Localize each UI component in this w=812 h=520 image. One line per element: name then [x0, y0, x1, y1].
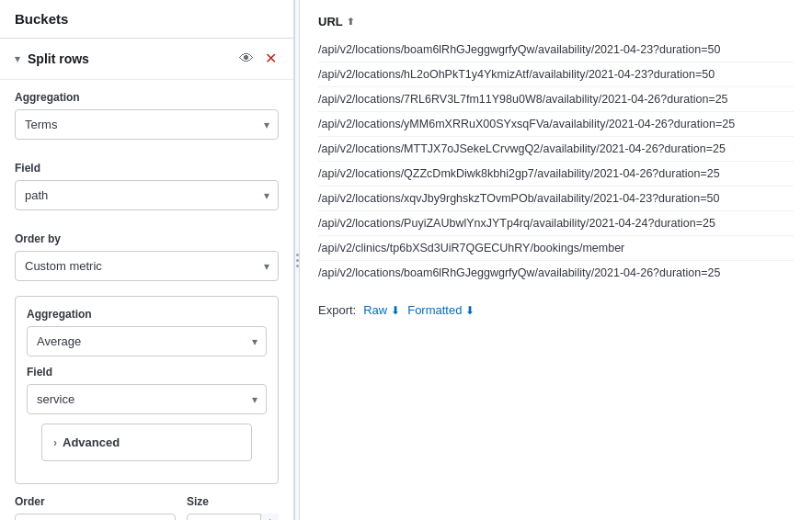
metric-field-select[interactable]: service path url duration — [27, 384, 267, 414]
aggregation-select[interactable]: Terms Filters Histogram Range — [15, 109, 279, 140]
size-spinners: ▲ ▼ — [260, 514, 279, 520]
size-input-wrapper: ▲ ▼ — [187, 514, 279, 520]
download-icon: ⬇ — [391, 304, 400, 317]
drag-dots — [296, 254, 299, 267]
list-item: /api/v2/locations/boam6lRhGJeggwgrfyQw/a… — [318, 261, 794, 285]
drag-dot — [296, 259, 299, 262]
split-rows-title: Split rows — [28, 51, 89, 66]
visibility-toggle-button[interactable]: 👁 — [237, 50, 256, 68]
size-label: Size — [187, 495, 279, 508]
panel-title: Buckets — [0, 0, 293, 39]
url-header-text: URL — [318, 15, 343, 28]
drag-dot — [296, 254, 299, 256]
export-formatted-link[interactable]: Formatted ⬇ — [407, 303, 475, 317]
metric-aggregation-select[interactable]: Average Sum Min Max Count — [27, 326, 267, 356]
list-item: /api/v2/locations/xqvJby9rghskzTOvmPOb/a… — [318, 187, 794, 211]
aggregation-section: Aggregation Terms Filters Histogram Rang… — [0, 80, 293, 151]
field-select-wrapper: path service url host ▾ — [15, 180, 279, 210]
metric-aggregation-section: Aggregation Average Sum Min Max Count ▾ — [27, 308, 267, 366]
advanced-section: › Advanced — [41, 424, 252, 461]
field-label: Field — [15, 162, 279, 175]
metric-aggregation-label: Aggregation — [27, 308, 267, 321]
split-rows-actions: 👁 ✕ — [237, 50, 279, 68]
list-item: /api/v2/clinics/tp6bXSd3UiR7QGECUhRY/boo… — [318, 236, 794, 261]
order-label: Order — [15, 495, 176, 508]
advanced-label: Advanced — [63, 435, 120, 449]
field-select[interactable]: path service url host — [15, 180, 279, 210]
export-label: Export: — [318, 303, 356, 317]
split-rows-left: ▾ Split rows — [15, 51, 89, 66]
list-item: /api/v2/locations/yMM6mXRRuX00SYxsqFVa/a… — [318, 112, 794, 137]
order-by-label: Order by — [15, 232, 279, 245]
order-select-wrapper: Descending Ascending ▾ — [15, 514, 176, 520]
metric-aggregation-select-wrapper: Average Sum Min Max Count ▾ — [27, 326, 267, 356]
metric-field-select-wrapper: service path url duration ▾ — [27, 384, 267, 414]
order-by-select-wrapper: Custom metric Alphabetical Count ▾ — [15, 251, 279, 281]
size-col: Size ▲ ▼ — [187, 495, 279, 520]
chevron-down-icon: ▾ — [15, 52, 20, 65]
order-col: Order Descending Ascending ▾ — [15, 495, 176, 520]
field-section: Field path service url host ▾ — [0, 151, 293, 221]
list-item: /api/v2/locations/hL2oOhPkT1y4YkmizAtf/a… — [318, 62, 794, 87]
size-increment-button[interactable]: ▲ — [261, 514, 279, 520]
list-item: /api/v2/locations/boam6lRhGJeggwgrfyQw/a… — [318, 38, 794, 62]
raw-label: Raw — [363, 303, 387, 317]
remove-split-rows-button[interactable]: ✕ — [263, 50, 279, 68]
drag-dot — [296, 265, 299, 267]
metric-box: Aggregation Average Sum Min Max Count ▾ … — [15, 296, 279, 484]
aggregation-select-wrapper: Terms Filters Histogram Range ▾ — [15, 109, 279, 140]
list-item: /api/v2/locations/QZZcDmkDiwk8kbhi2gp7/a… — [318, 162, 794, 187]
order-by-section: Order by Custom metric Alphabetical Coun… — [0, 221, 293, 292]
aggregation-label: Aggregation — [15, 91, 279, 104]
download-icon: ⬇ — [465, 304, 475, 317]
sort-icon[interactable]: ⬆ — [347, 17, 354, 27]
order-size-row: Order Descending Ascending ▾ Size ▲ ▼ — [0, 495, 293, 520]
url-column-header: URL ⬆ — [318, 15, 794, 28]
left-panel: Buckets ▾ Split rows 👁 ✕ Aggregation Ter… — [0, 0, 294, 520]
list-item: /api/v2/locations/7RL6RV3L7fm11Y98u0W8/a… — [318, 87, 794, 112]
chevron-right-icon: › — [53, 436, 57, 449]
url-list: /api/v2/locations/boam6lRhGJeggwgrfyQw/a… — [318, 38, 794, 285]
order-by-select[interactable]: Custom metric Alphabetical Count — [15, 251, 279, 281]
split-rows-header: ▾ Split rows 👁 ✕ — [0, 39, 293, 80]
list-item: /api/v2/locations/MTTJX7oJSekeLCrvwgQ2/a… — [318, 137, 794, 162]
metric-field-label: Field — [27, 366, 267, 379]
metric-field-section: Field service path url duration ▾ — [27, 366, 267, 424]
formatted-label: Formatted — [407, 303, 462, 317]
advanced-header[interactable]: › Advanced — [53, 432, 240, 453]
export-raw-link[interactable]: Raw ⬇ — [363, 303, 400, 317]
right-panel: URL ⬆ /api/v2/locations/boam6lRhGJeggwgr… — [300, 0, 812, 520]
order-select[interactable]: Descending Ascending — [15, 514, 176, 520]
list-item: /api/v2/locations/PuyiZAUbwlYnxJYTp4rq/a… — [318, 211, 794, 236]
export-row: Export: Raw ⬇ Formatted ⬇ — [318, 303, 794, 317]
